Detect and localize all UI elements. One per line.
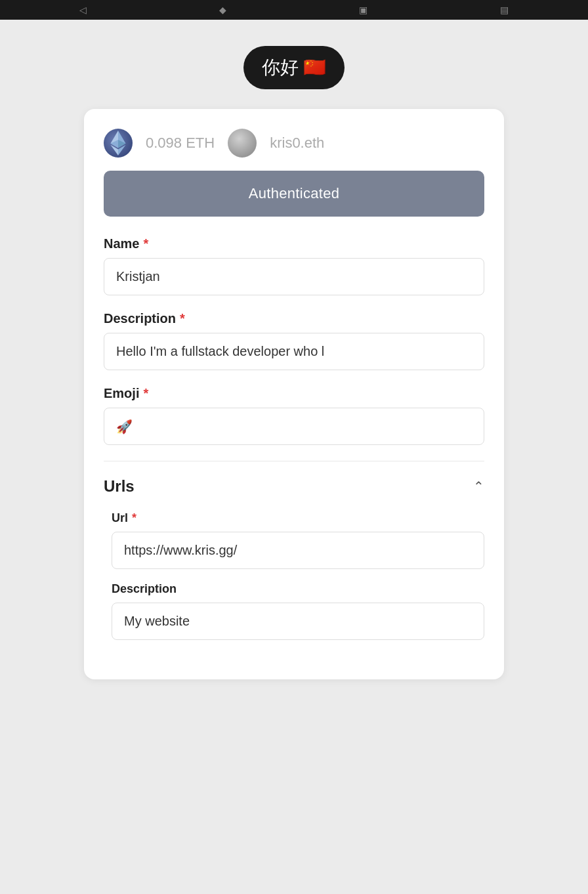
url-description-field-group: Description: [112, 582, 484, 640]
chevron-up-icon: ⌃: [473, 479, 484, 494]
menu-icon[interactable]: ▤: [500, 5, 509, 15]
ens-avatar: [228, 129, 257, 158]
url-label: Url *: [112, 511, 484, 525]
emoji-required-star: *: [143, 386, 148, 401]
emoji-input[interactable]: [104, 408, 484, 445]
share-icon[interactable]: ▣: [359, 5, 368, 15]
name-required-star: *: [143, 236, 148, 251]
urls-section-header[interactable]: Urls ⌃: [104, 477, 484, 496]
ens-name: kris0.eth: [270, 135, 324, 152]
url-field-group: Url *: [112, 511, 484, 569]
url-description-input[interactable]: [112, 603, 484, 640]
description-field-group: Description *: [104, 311, 484, 370]
main-card: 0.098 ETH kris0.eth Authenticated Name *…: [84, 109, 504, 679]
authenticated-button[interactable]: Authenticated: [104, 171, 484, 217]
eth-amount: 0.098 ETH: [146, 135, 215, 152]
emoji-label: Emoji *: [104, 386, 484, 401]
name-field-group: Name *: [104, 236, 484, 295]
description-input[interactable]: [104, 333, 484, 370]
url-description-label: Description: [112, 582, 484, 596]
greeting-text: 你好 🇨🇳: [262, 55, 327, 80]
urls-content: Url * Description: [104, 511, 484, 640]
ethereum-icon: [104, 129, 133, 158]
back-icon[interactable]: ◁: [79, 5, 87, 15]
github-icon[interactable]: ◆: [219, 5, 226, 15]
name-label: Name *: [104, 236, 484, 251]
url-input[interactable]: [112, 532, 484, 569]
greeting-pill: 你好 🇨🇳: [243, 46, 345, 89]
description-label: Description *: [104, 311, 484, 326]
url-required-star: *: [132, 511, 136, 525]
emoji-field-group: Emoji *: [104, 386, 484, 445]
urls-title: Urls: [104, 477, 135, 496]
top-bar: ◁ ◆ ▣ ▤: [0, 0, 588, 20]
description-required-star: *: [180, 311, 185, 326]
wallet-row: 0.098 ETH kris0.eth: [104, 129, 484, 158]
name-input[interactable]: [104, 258, 484, 295]
section-divider: [104, 461, 484, 461]
